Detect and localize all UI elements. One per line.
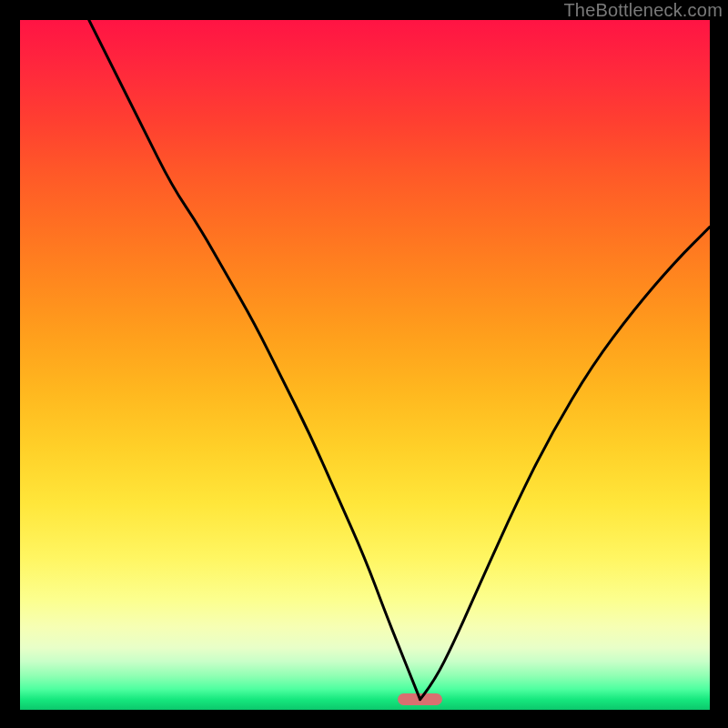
background-gradient (20, 20, 710, 710)
watermark-text: TheBottleneck.com (563, 0, 723, 21)
optimum-marker (398, 693, 442, 706)
plot-area (20, 20, 710, 710)
chart-frame: TheBottleneck.com (0, 0, 728, 728)
